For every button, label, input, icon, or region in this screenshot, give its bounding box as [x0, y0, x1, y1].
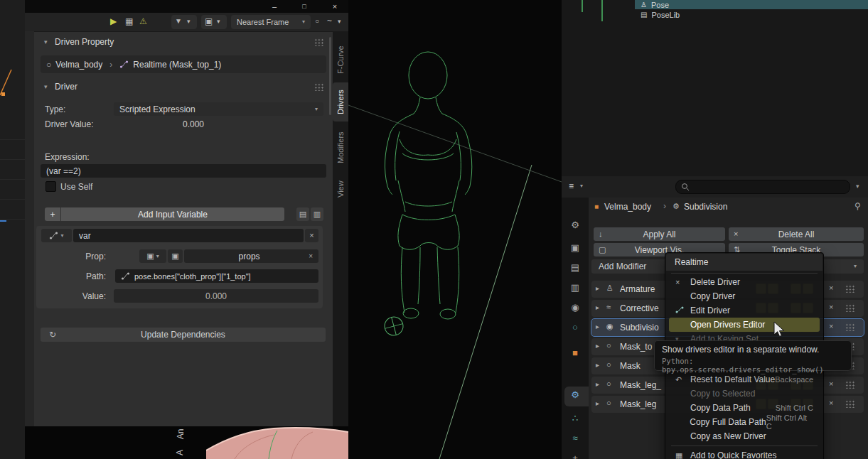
expand-icon[interactable]: [596, 285, 599, 292]
fcurve-handle-icon[interactable]: [327, 16, 332, 25]
delete-modifier-icon[interactable]: [829, 380, 833, 388]
menu-item-reset-default[interactable]: Reset to Default Value Backspace: [669, 372, 820, 387]
delete-all-button[interactable]: Delete All: [729, 227, 864, 241]
menu-item-copy-to-selected[interactable]: Copy to Selected: [669, 387, 820, 401]
panel-drag-handle[interactable]: [314, 82, 323, 91]
variable-type-dropdown[interactable]: [41, 229, 72, 242]
tab-modifiers-icon[interactable]: [569, 390, 582, 403]
breadcrumb-object[interactable]: Velma_body: [55, 60, 102, 70]
outliner-row-poselib[interactable]: PoseLib: [635, 10, 868, 19]
paste-variables-button[interactable]: [311, 207, 323, 221]
viewport-3d[interactable]: [348, 0, 562, 459]
outliner-row-pose[interactable]: Pose: [635, 0, 868, 9]
tab-constraints-icon[interactable]: [569, 453, 582, 459]
tab-tool-icon[interactable]: [569, 220, 582, 233]
expand-icon[interactable]: [596, 400, 599, 407]
menu-item-copy-driver[interactable]: Copy Driver: [669, 289, 820, 303]
panel-collapse-icon[interactable]: [44, 39, 48, 45]
menu-item-open-drivers-editor[interactable]: Open Drivers Editor: [669, 318, 820, 332]
tooltip: Show drivers editor in a separate window…: [654, 340, 852, 371]
add-input-variable-button[interactable]: Add Input Variable: [61, 207, 284, 221]
properties-editor-icon[interactable]: [569, 182, 574, 190]
breadcrumb-object[interactable]: Velma_body: [604, 202, 651, 212]
drag-handle[interactable]: [845, 380, 854, 389]
tab-world-icon[interactable]: [569, 323, 582, 335]
tab-view[interactable]: View: [333, 174, 348, 204]
menu-item-copy-as-new-driver[interactable]: Copy as New Driver: [669, 429, 820, 443]
use-self-checkbox[interactable]: [45, 181, 56, 192]
tab-fcurve[interactable]: F-Curve: [333, 39, 348, 80]
expression-value: (var ==2): [46, 166, 81, 176]
filter-dropdown[interactable]: [171, 15, 197, 29]
show-hidden-toggle-icon[interactable]: [125, 17, 133, 26]
breadcrumb-property[interactable]: Realtime (Mask_top_1): [133, 60, 221, 70]
delete-modifier-icon[interactable]: [829, 323, 833, 330]
menu-item-edit-driver[interactable]: Edit Driver: [669, 303, 820, 318]
minimize-icon[interactable]: [269, 1, 280, 11]
drivers-editor-header: Nearest Frame: [25, 13, 348, 32]
only-selected-toggle-icon[interactable]: [110, 17, 117, 26]
expand-icon[interactable]: [596, 304, 599, 311]
menu-item-add-to-quick-favorites[interactable]: Add to Quick Favorites: [669, 448, 820, 459]
copy-variables-button[interactable]: [296, 207, 309, 221]
snap-dropdown[interactable]: Nearest Frame: [231, 15, 311, 29]
proportional-edit-icon[interactable]: [315, 18, 319, 25]
chevron-down-icon[interactable]: [338, 18, 341, 25]
chevron-down-icon[interactable]: [580, 183, 583, 189]
only-errors-toggle-icon[interactable]: [139, 17, 147, 26]
tab-modifiers[interactable]: Modifiers: [333, 124, 348, 171]
window-titlebar[interactable]: [25, 0, 348, 13]
close-icon[interactable]: [309, 253, 313, 260]
tab-render-icon[interactable]: [569, 243, 582, 256]
driver-icon: [675, 306, 690, 315]
maximize-icon[interactable]: [299, 1, 310, 11]
apply-all-button[interactable]: Apply All: [594, 227, 725, 241]
modifier-name: Corrective: [620, 303, 659, 313]
breadcrumb-modifier[interactable]: Subdivision: [684, 202, 727, 212]
filter-options-icon[interactable]: [856, 183, 859, 190]
expand-icon[interactable]: [596, 381, 599, 388]
add-variable-plus-button[interactable]: [45, 207, 60, 221]
menu-item-copy-full-data-path[interactable]: Copy Full Data Path Shift Ctrl Alt C: [669, 415, 820, 429]
delete-modifier-icon[interactable]: [829, 399, 833, 407]
panel-header[interactable]: Driven Property: [55, 37, 114, 47]
display-dropdown[interactable]: [201, 15, 227, 29]
tab-particles-icon[interactable]: [569, 414, 582, 426]
menu-item-delete-driver[interactable]: Delete Driver: [669, 275, 820, 289]
drag-handle[interactable]: [845, 284, 854, 293]
scrollbar[interactable]: [329, 37, 331, 115]
tab-physics-icon[interactable]: [569, 433, 582, 446]
tab-drivers[interactable]: Drivers: [333, 82, 348, 122]
delete-modifier-icon[interactable]: [829, 284, 833, 292]
prop-object-field[interactable]: props: [184, 249, 318, 263]
expand-icon[interactable]: [596, 323, 599, 330]
expand-icon[interactable]: [596, 342, 599, 350]
id-type-dropdown[interactable]: [139, 249, 166, 263]
expand-icon[interactable]: [596, 362, 599, 369]
tab-scene-icon[interactable]: [569, 303, 582, 315]
remove-variable-button[interactable]: [305, 229, 318, 242]
search-input[interactable]: [675, 180, 850, 194]
panel-header[interactable]: Driver: [55, 82, 77, 92]
bone-widget[interactable]: [382, 315, 405, 338]
menu-item-copy-data-path[interactable]: Copy Data Path Shift Ctrl C: [669, 401, 820, 415]
drag-handle[interactable]: [845, 323, 854, 331]
tab-output-icon[interactable]: [569, 263, 582, 276]
close-icon[interactable]: [329, 1, 341, 11]
pin-icon[interactable]: [854, 202, 861, 210]
panel-collapse-icon[interactable]: [44, 84, 48, 90]
panel-drag-handle[interactable]: [314, 38, 323, 46]
delete-modifier-icon[interactable]: [829, 303, 833, 311]
poselib-icon: [641, 11, 647, 18]
path-input[interactable]: pose.bones["cloth_prop"]["1_top"]: [115, 269, 318, 283]
variable-name-input[interactable]: var: [73, 229, 304, 242]
drag-handle[interactable]: [845, 303, 854, 312]
tab-label: Drivers: [336, 90, 345, 114]
expression-input[interactable]: (var ==2): [41, 164, 326, 178]
id-selector-button[interactable]: [168, 249, 183, 263]
update-dependencies-button[interactable]: Update Dependencies: [41, 328, 326, 342]
driver-type-dropdown[interactable]: Scripted Expression: [114, 102, 323, 116]
drag-handle[interactable]: [845, 399, 854, 408]
tab-view-layer-icon[interactable]: [569, 283, 582, 296]
tab-object-icon[interactable]: [569, 348, 582, 361]
